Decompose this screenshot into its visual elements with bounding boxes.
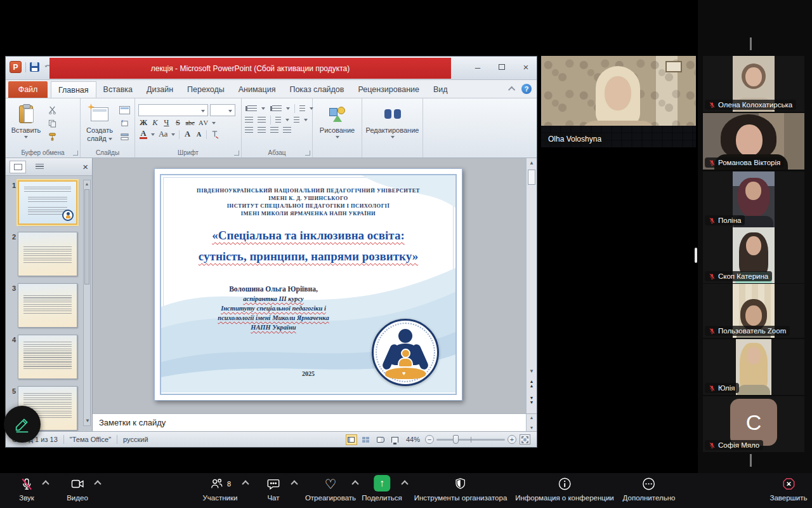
slide-thumbnail-1[interactable]: 1 <box>6 180 82 225</box>
previous-slide-button[interactable]: ▲▲ <box>527 379 536 388</box>
tab-transitions[interactable]: Переходы <box>180 81 232 98</box>
shadow-button[interactable]: abc <box>185 119 195 126</box>
grow-font-button[interactable]: А <box>183 130 191 139</box>
scroll-participants-down-button[interactable] <box>750 456 752 467</box>
meeting-info-button[interactable]: Информация о конференции <box>515 476 614 502</box>
close-button[interactable]: × <box>519 60 533 73</box>
new-slide-button[interactable]: Создать слайд <box>84 102 115 147</box>
font-size-combobox[interactable] <box>210 104 235 116</box>
zoom-in-button[interactable]: + <box>508 435 516 444</box>
chat-options-caret[interactable] <box>291 480 298 487</box>
participants-button[interactable]: 8 Участники <box>203 476 238 502</box>
speaker-video-olha-voloshyna[interactable]: Olha Voloshyna <box>541 56 696 147</box>
save-button[interactable] <box>30 62 39 72</box>
slideshow-button[interactable] <box>390 434 401 445</box>
video-options-caret[interactable] <box>94 480 101 487</box>
font-name-combobox[interactable] <box>138 104 208 116</box>
shrink-font-button[interactable]: А <box>195 131 202 138</box>
align-center-button[interactable] <box>258 127 266 133</box>
section-button[interactable] <box>118 131 131 142</box>
align-left-button[interactable] <box>245 127 253 133</box>
format-painter-button[interactable] <box>46 131 58 142</box>
share-options-caret[interactable] <box>401 480 408 487</box>
italic-button[interactable]: К <box>151 118 159 128</box>
slides-tab[interactable] <box>10 161 26 173</box>
participant-tile[interactable]: C Софія Мяло <box>703 396 804 452</box>
slide-thumbnail-2[interactable]: 2 <box>6 232 82 276</box>
scroll-up-icon[interactable]: ▲ <box>527 160 537 166</box>
participant-tile[interactable]: Олена Колохатирська <box>703 56 804 112</box>
participants-options-caret[interactable] <box>242 480 249 487</box>
strikethrough-button[interactable]: S <box>174 118 181 128</box>
fit-slide-to-window-button[interactable] <box>520 434 530 444</box>
paste-button[interactable]: Вставить <box>9 102 43 147</box>
more-button[interactable]: Дополнительно <box>623 476 676 502</box>
scroll-down-icon[interactable]: ▼ <box>527 368 537 374</box>
collapse-ribbon-icon[interactable] <box>508 86 515 93</box>
columns-button[interactable] <box>275 117 281 123</box>
video-button[interactable]: Видео <box>67 476 88 502</box>
zoom-slider[interactable] <box>436 439 505 441</box>
outline-tab[interactable] <box>31 161 48 173</box>
tab-design[interactable]: Дизайн <box>140 81 180 98</box>
notes-input[interactable]: Заметки к слайду <box>93 414 526 431</box>
align-right-button[interactable] <box>270 127 278 133</box>
zoom-slider-thumb[interactable] <box>453 435 459 444</box>
copy-button[interactable] <box>46 117 58 129</box>
slide-thumbnail-4[interactable]: 4 <box>6 335 82 379</box>
bold-button[interactable]: Ж <box>140 118 147 128</box>
participant-tile[interactable]: Скоп Катерина <box>703 227 804 283</box>
participant-tile[interactable]: Романова Вікторія <box>703 113 804 170</box>
reset-slide-button[interactable] <box>118 117 131 129</box>
notes-scrollbar[interactable]: ▲▼ <box>526 414 537 431</box>
zoom-percentage[interactable]: 44% <box>406 436 420 443</box>
audio-button[interactable]: Звук <box>19 476 34 502</box>
underline-button[interactable]: Ч <box>162 118 170 128</box>
tab-home[interactable]: Главная <box>51 81 96 98</box>
font-color-button[interactable]: А <box>140 130 147 139</box>
reactions-button[interactable]: ♡ Отреагировать <box>305 476 356 502</box>
share-screen-button[interactable]: ↑ Поделиться <box>362 476 402 502</box>
thumbnail-scrollbar[interactable]: ▲ <box>83 180 91 426</box>
participant-tile[interactable]: Пользователь Zoom <box>703 284 804 338</box>
powerpoint-titlebar[interactable]: P лекція - Microsoft PowerPoint (Сбой ак… <box>6 57 537 80</box>
thumbnail-scroll-down[interactable]: ▼ <box>85 418 90 424</box>
language-indicator[interactable]: русский <box>123 436 148 443</box>
participant-tile[interactable]: Юлія <box>703 339 804 395</box>
justify-button[interactable] <box>283 127 291 133</box>
slide-editing-area[interactable]: ПІВДЕННОУКРАЇНСЬКИЙ НАЦІОНАЛЬНИЙ ПЕДАГОГ… <box>93 158 537 413</box>
sidebar-resize-handle[interactable] <box>695 248 697 263</box>
editing-button[interactable]: Редактирование <box>365 102 419 147</box>
slide-sorter-button[interactable] <box>360 434 372 445</box>
drawing-button[interactable]: Рисование <box>317 102 358 147</box>
text-direction-button[interactable] <box>294 117 299 123</box>
next-slide-button[interactable]: ▼▼ <box>527 396 536 404</box>
decrease-indent-button[interactable] <box>245 117 253 123</box>
help-icon[interactable]: ? <box>521 84 532 94</box>
tab-review[interactable]: Рецензирование <box>351 81 426 98</box>
annotation-tools-button[interactable] <box>4 406 41 443</box>
slide-thumbnail-3[interactable]: 3 <box>6 283 82 328</box>
participant-tile[interactable]: Поліна <box>703 171 804 227</box>
tab-slideshow[interactable]: Показ слайдов <box>282 81 351 98</box>
clear-formatting-icon[interactable] <box>211 130 219 138</box>
audio-options-caret[interactable] <box>42 480 49 487</box>
line-spacing-button[interactable] <box>299 105 305 112</box>
increase-indent-button[interactable] <box>258 117 266 123</box>
close-pane-icon[interactable]: × <box>82 161 88 172</box>
numbering-button[interactable] <box>272 105 282 112</box>
change-case-button[interactable]: Аа <box>159 130 167 139</box>
zoom-out-button[interactable]: − <box>425 435 434 444</box>
theme-name[interactable]: "Тема Office" <box>70 436 111 443</box>
normal-view-button[interactable] <box>346 434 357 445</box>
minimize-button[interactable]: – <box>471 60 485 73</box>
end-meeting-button[interactable]: Завершить <box>769 476 807 502</box>
scroll-participants-up-button[interactable] <box>750 39 752 51</box>
maximize-button[interactable] <box>495 60 509 73</box>
tab-insert[interactable]: Вставка <box>96 81 140 98</box>
slide-layout-button[interactable] <box>118 104 131 116</box>
host-tools-button[interactable]: Инструменты организатора <box>414 476 508 502</box>
slide-canvas[interactable]: ПІВДЕННОУКРАЇНСЬКИЙ НАЦІОНАЛЬНИЙ ПЕДАГОГ… <box>154 168 462 401</box>
bullets-button[interactable] <box>247 105 257 112</box>
cut-button[interactable] <box>46 104 58 116</box>
